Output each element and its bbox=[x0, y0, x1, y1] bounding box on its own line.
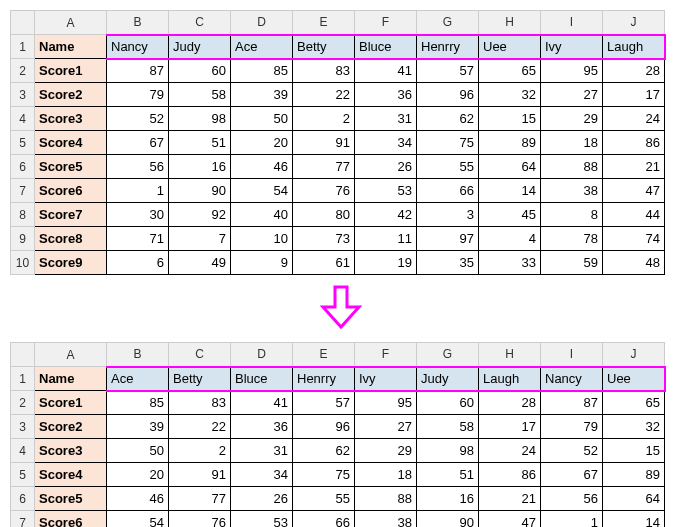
select-all-corner[interactable] bbox=[11, 343, 35, 367]
cell-2-4[interactable]: 29 bbox=[355, 439, 417, 463]
row-header-2[interactable]: 2 bbox=[11, 391, 35, 415]
cell-3-8[interactable]: 86 bbox=[603, 131, 665, 155]
col-header-G[interactable]: G bbox=[417, 11, 479, 35]
cell-1-8[interactable]: 17 bbox=[603, 83, 665, 107]
cell-3-0[interactable]: 20 bbox=[107, 463, 169, 487]
spreadsheet-table[interactable]: ABCDEFGHIJ1NameAceBettyBluceHenrryIvyJud… bbox=[10, 342, 666, 527]
cell-5-7[interactable]: 38 bbox=[541, 179, 603, 203]
cell-0-6[interactable]: 28 bbox=[479, 391, 541, 415]
cell-3-2[interactable]: 34 bbox=[231, 463, 293, 487]
cell-2-7[interactable]: 52 bbox=[541, 439, 603, 463]
cell-5-1[interactable]: 90 bbox=[169, 179, 231, 203]
cell-4-2[interactable]: 26 bbox=[231, 487, 293, 511]
cell-8-1[interactable]: 49 bbox=[169, 251, 231, 275]
cell-3-3[interactable]: 75 bbox=[293, 463, 355, 487]
cell-0-4[interactable]: 41 bbox=[355, 59, 417, 83]
cell-1-5[interactable]: 96 bbox=[417, 83, 479, 107]
cell-2-2[interactable]: 50 bbox=[231, 107, 293, 131]
cell-name-5[interactable]: Judy bbox=[417, 367, 479, 391]
cell-name-0[interactable]: Nancy bbox=[107, 35, 169, 59]
cell-score-label-0[interactable]: Score1 bbox=[35, 391, 107, 415]
cell-4-6[interactable]: 64 bbox=[479, 155, 541, 179]
cell-2-6[interactable]: 24 bbox=[479, 439, 541, 463]
row-header-9[interactable]: 9 bbox=[11, 227, 35, 251]
cell-6-6[interactable]: 45 bbox=[479, 203, 541, 227]
cell-name-6[interactable]: Uee bbox=[479, 35, 541, 59]
col-header-D[interactable]: D bbox=[231, 343, 293, 367]
cell-3-2[interactable]: 20 bbox=[231, 131, 293, 155]
row-header-1[interactable]: 1 bbox=[11, 35, 35, 59]
cell-3-7[interactable]: 18 bbox=[541, 131, 603, 155]
row-header-6[interactable]: 6 bbox=[11, 487, 35, 511]
cell-score-label-7[interactable]: Score8 bbox=[35, 227, 107, 251]
cell-0-7[interactable]: 95 bbox=[541, 59, 603, 83]
cell-4-2[interactable]: 46 bbox=[231, 155, 293, 179]
col-header-C[interactable]: C bbox=[169, 11, 231, 35]
cell-2-0[interactable]: 50 bbox=[107, 439, 169, 463]
cell-0-1[interactable]: 60 bbox=[169, 59, 231, 83]
cell-name-3[interactable]: Henrry bbox=[293, 367, 355, 391]
cell-name-7[interactable]: Nancy bbox=[541, 367, 603, 391]
cell-3-3[interactable]: 91 bbox=[293, 131, 355, 155]
row-header-5[interactable]: 5 bbox=[11, 131, 35, 155]
cell-2-5[interactable]: 98 bbox=[417, 439, 479, 463]
cell-0-8[interactable]: 65 bbox=[603, 391, 665, 415]
col-header-A[interactable]: A bbox=[35, 343, 107, 367]
cell-5-6[interactable]: 47 bbox=[479, 511, 541, 528]
cell-6-1[interactable]: 92 bbox=[169, 203, 231, 227]
cell-name-4[interactable]: Ivy bbox=[355, 367, 417, 391]
cell-0-0[interactable]: 87 bbox=[107, 59, 169, 83]
row-header-4[interactable]: 4 bbox=[11, 439, 35, 463]
row-header-4[interactable]: 4 bbox=[11, 107, 35, 131]
cell-1-6[interactable]: 32 bbox=[479, 83, 541, 107]
cell-1-2[interactable]: 39 bbox=[231, 83, 293, 107]
cell-4-3[interactable]: 55 bbox=[293, 487, 355, 511]
cell-1-0[interactable]: 39 bbox=[107, 415, 169, 439]
cell-8-4[interactable]: 19 bbox=[355, 251, 417, 275]
cell-7-6[interactable]: 4 bbox=[479, 227, 541, 251]
cell-1-5[interactable]: 58 bbox=[417, 415, 479, 439]
cell-score-label-8[interactable]: Score9 bbox=[35, 251, 107, 275]
spreadsheet-table[interactable]: ABCDEFGHIJ1NameNancyJudyAceBettyBluceHen… bbox=[10, 10, 666, 275]
col-header-E[interactable]: E bbox=[293, 11, 355, 35]
cell-1-1[interactable]: 58 bbox=[169, 83, 231, 107]
cell-6-0[interactable]: 30 bbox=[107, 203, 169, 227]
cell-3-6[interactable]: 86 bbox=[479, 463, 541, 487]
cell-8-7[interactable]: 59 bbox=[541, 251, 603, 275]
cell-score-label-1[interactable]: Score2 bbox=[35, 415, 107, 439]
cell-3-8[interactable]: 89 bbox=[603, 463, 665, 487]
cell-0-0[interactable]: 85 bbox=[107, 391, 169, 415]
cell-1-8[interactable]: 32 bbox=[603, 415, 665, 439]
cell-2-7[interactable]: 29 bbox=[541, 107, 603, 131]
cell-4-3[interactable]: 77 bbox=[293, 155, 355, 179]
cell-2-1[interactable]: 2 bbox=[169, 439, 231, 463]
cell-7-0[interactable]: 71 bbox=[107, 227, 169, 251]
cell-5-7[interactable]: 1 bbox=[541, 511, 603, 528]
cell-1-3[interactable]: 96 bbox=[293, 415, 355, 439]
cell-5-0[interactable]: 1 bbox=[107, 179, 169, 203]
col-header-I[interactable]: I bbox=[541, 11, 603, 35]
col-header-G[interactable]: G bbox=[417, 343, 479, 367]
cell-name-2[interactable]: Bluce bbox=[231, 367, 293, 391]
cell-4-4[interactable]: 26 bbox=[355, 155, 417, 179]
cell-name-2[interactable]: Ace bbox=[231, 35, 293, 59]
cell-name-label[interactable]: Name bbox=[35, 367, 107, 391]
cell-5-2[interactable]: 53 bbox=[231, 511, 293, 528]
cell-1-7[interactable]: 79 bbox=[541, 415, 603, 439]
cell-7-3[interactable]: 73 bbox=[293, 227, 355, 251]
cell-4-7[interactable]: 56 bbox=[541, 487, 603, 511]
cell-4-8[interactable]: 64 bbox=[603, 487, 665, 511]
row-header-7[interactable]: 7 bbox=[11, 179, 35, 203]
cell-score-label-2[interactable]: Score3 bbox=[35, 439, 107, 463]
cell-5-8[interactable]: 47 bbox=[603, 179, 665, 203]
cell-8-0[interactable]: 6 bbox=[107, 251, 169, 275]
cell-5-8[interactable]: 14 bbox=[603, 511, 665, 528]
cell-0-7[interactable]: 87 bbox=[541, 391, 603, 415]
col-header-F[interactable]: F bbox=[355, 343, 417, 367]
cell-6-3[interactable]: 80 bbox=[293, 203, 355, 227]
cell-4-1[interactable]: 77 bbox=[169, 487, 231, 511]
cell-name-1[interactable]: Betty bbox=[169, 367, 231, 391]
cell-7-2[interactable]: 10 bbox=[231, 227, 293, 251]
cell-2-0[interactable]: 52 bbox=[107, 107, 169, 131]
cell-4-1[interactable]: 16 bbox=[169, 155, 231, 179]
